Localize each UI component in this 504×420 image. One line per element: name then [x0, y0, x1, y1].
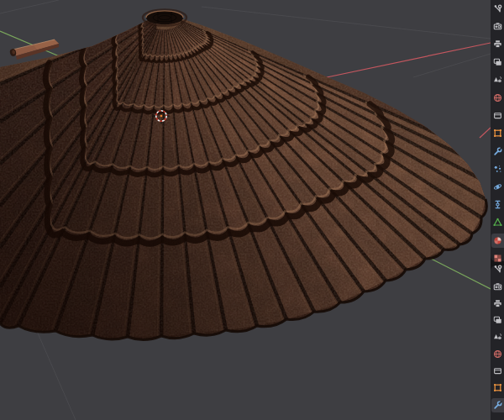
properties-tab-render[interactable]	[491, 280, 504, 294]
properties-editor-bottom-tabs	[491, 265, 504, 420]
properties-tab-constraints[interactable]	[491, 197, 504, 212]
roof-apex-hole	[143, 9, 186, 25]
properties-tab-tool[interactable]	[491, 2, 504, 16]
collection-icon	[493, 111, 502, 120]
properties-tab-particles[interactable]	[491, 162, 504, 176]
properties-tab-physics[interactable]	[491, 180, 504, 194]
material-icon	[493, 236, 502, 245]
3d-viewport[interactable]	[0, 0, 491, 420]
properties-tab-output[interactable]	[491, 37, 504, 51]
properties-tab-render[interactable]	[491, 19, 504, 34]
properties-tab-scene[interactable]	[491, 330, 504, 344]
properties-tab-rail	[491, 0, 504, 420]
world-icon	[493, 349, 502, 359]
scene-icon	[493, 333, 502, 342]
properties-tab-output[interactable]	[491, 297, 504, 311]
properties-tab-scene[interactable]	[491, 73, 504, 87]
data-icon	[493, 218, 502, 227]
object-icon	[493, 129, 502, 138]
object-icon	[493, 383, 502, 392]
physics-icon	[493, 182, 502, 192]
tool-icon	[493, 265, 502, 274]
output-icon	[493, 39, 502, 49]
view-layer-icon	[493, 316, 502, 325]
render-icon	[493, 22, 502, 31]
constraints-icon	[493, 200, 502, 209]
viewport-canvas[interactable]	[0, 0, 491, 420]
properties-editor-top-tabs	[491, 0, 504, 261]
properties-tab-view-layer[interactable]	[491, 313, 504, 328]
properties-tab-data[interactable]	[491, 215, 504, 229]
properties-tab-object[interactable]	[491, 381, 504, 395]
output-icon	[493, 299, 502, 308]
properties-tab-world[interactable]	[491, 347, 504, 361]
view-layer-icon	[493, 58, 502, 67]
modifiers-icon	[493, 147, 502, 156]
world-icon	[493, 93, 502, 102]
properties-tab-world[interactable]	[491, 91, 504, 105]
properties-tab-collection[interactable]	[491, 108, 504, 123]
modifiers-icon	[493, 401, 502, 410]
properties-tab-modifiers[interactable]	[491, 398, 504, 412]
particles-icon	[493, 165, 502, 174]
tiled-cone-roof[interactable]	[0, 0, 491, 420]
render-icon	[493, 282, 502, 291]
tool-icon	[493, 4, 502, 13]
collection-icon	[493, 366, 502, 375]
scene-icon	[493, 76, 502, 85]
properties-tab-tool[interactable]	[491, 262, 504, 276]
ridge-tile-plank[interactable]	[9, 39, 59, 60]
properties-tab-collection[interactable]	[491, 364, 504, 378]
properties-tab-object[interactable]	[491, 126, 504, 140]
properties-tab-material[interactable]	[491, 234, 504, 248]
blender-window	[0, 0, 504, 420]
properties-tab-view-layer[interactable]	[491, 55, 504, 70]
properties-tab-modifiers[interactable]	[491, 144, 504, 159]
